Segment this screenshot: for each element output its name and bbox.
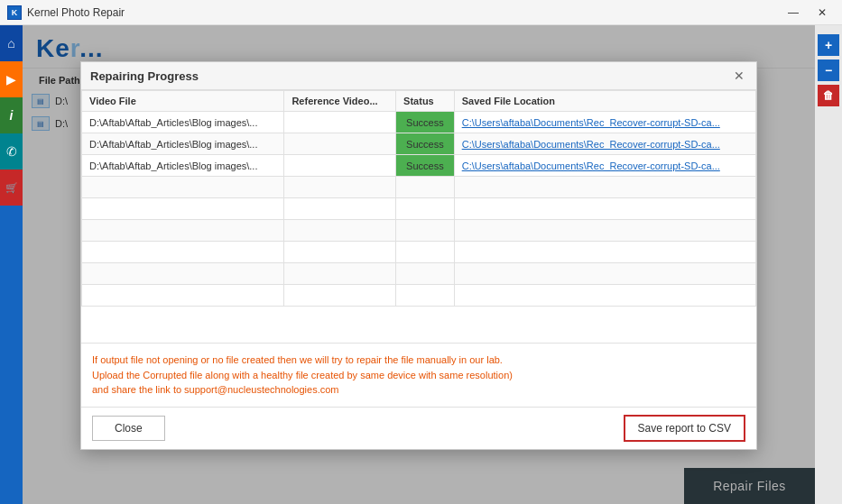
app-icon: K	[7, 5, 22, 20]
col-header-video-file: Video File	[82, 91, 284, 112]
sidebar-item-info[interactable]: i	[0, 97, 23, 133]
cell-reference-2	[284, 155, 396, 177]
main-area: ⌂ ▶ i ✆ 🛒 Ker... File Path ▤ D:\ ▤ D:\	[0, 25, 842, 504]
cell-video-2: D:\Aftab\Aftab_Articles\Blog images\...	[82, 155, 284, 177]
modal-overlay: Repairing Progress ✕ Video File Referenc…	[23, 25, 815, 504]
col-header-status: Status	[396, 91, 455, 112]
save-report-csv-button[interactable]: Save report to CSV	[624, 415, 745, 442]
cell-saved-0: C:\Users\aftaba\Documents\Rec_Recover-co…	[454, 112, 755, 133]
close-modal-button[interactable]: Close	[92, 416, 165, 441]
modal-title: Repairing Progress	[90, 69, 199, 83]
cell-status-0: Success	[396, 112, 455, 133]
app-content: Ker... File Path ▤ D:\ ▤ D:\ Repair File…	[23, 25, 815, 504]
cell-video-1: D:\Aftab\Aftab_Articles\Blog images\...	[82, 133, 284, 155]
table-row-empty	[82, 285, 756, 307]
modal-buttons: Close Save report to CSV	[81, 407, 756, 449]
table-row-empty	[82, 220, 756, 242]
title-bar-left: K Kernel Photo Repair	[7, 5, 125, 20]
sidebar-item-phone[interactable]: ✆	[0, 133, 23, 170]
left-sidebar: ⌂ ▶ i ✆ 🛒	[0, 25, 23, 504]
cell-status-2: Success	[396, 155, 455, 177]
sidebar-item-home[interactable]: ⌂	[0, 25, 23, 61]
cell-reference-0	[284, 112, 396, 133]
repairing-progress-modal: Repairing Progress ✕ Video File Referenc…	[80, 61, 757, 450]
table-header-row: Video File Reference Video... Status Sav…	[82, 91, 756, 112]
table-row: D:\Aftab\Aftab_Articles\Blog images\... …	[82, 112, 756, 133]
modal-titlebar: Repairing Progress ✕	[81, 62, 756, 90]
col-header-reference: Reference Video...	[284, 91, 396, 112]
table-row-empty	[82, 242, 756, 263]
cell-saved-2: C:\Users\aftaba\Documents\Rec_Recover-co…	[454, 155, 755, 177]
cell-status-1: Success	[396, 133, 455, 155]
modal-info-text: If output file not opening or no file cr…	[81, 343, 756, 407]
remove-file-button[interactable]: −	[818, 60, 839, 81]
table-row: D:\Aftab\Aftab_Articles\Blog images\... …	[82, 155, 756, 177]
table-row-empty	[82, 177, 756, 198]
modal-close-icon[interactable]: ✕	[731, 68, 747, 84]
right-panel: + − 🗑	[815, 25, 842, 504]
table-row-empty	[82, 198, 756, 220]
app-title: Kernel Photo Repair	[27, 6, 125, 19]
cell-saved-1: C:\Users\aftaba\Documents\Rec_Recover-co…	[454, 133, 755, 155]
sidebar-item-cart[interactable]: 🛒	[0, 170, 23, 206]
col-header-saved-location: Saved File Location	[454, 91, 755, 112]
modal-table-container: Video File Reference Video... Status Sav…	[81, 90, 756, 343]
repair-results-table: Video File Reference Video... Status Sav…	[81, 90, 756, 307]
cell-reference-1	[284, 133, 396, 155]
title-bar: K Kernel Photo Repair — ✕	[0, 0, 842, 25]
title-bar-controls: — ✕	[781, 4, 835, 22]
delete-file-button[interactable]: 🗑	[818, 85, 839, 106]
add-file-button[interactable]: +	[818, 34, 839, 56]
minimize-button[interactable]: —	[781, 4, 806, 22]
table-row: D:\Aftab\Aftab_Articles\Blog images\... …	[82, 133, 756, 155]
cell-video-0: D:\Aftab\Aftab_Articles\Blog images\...	[82, 112, 284, 133]
sidebar-item-video[interactable]: ▶	[0, 61, 23, 97]
table-row-empty	[82, 263, 756, 285]
close-button[interactable]: ✕	[810, 4, 835, 22]
